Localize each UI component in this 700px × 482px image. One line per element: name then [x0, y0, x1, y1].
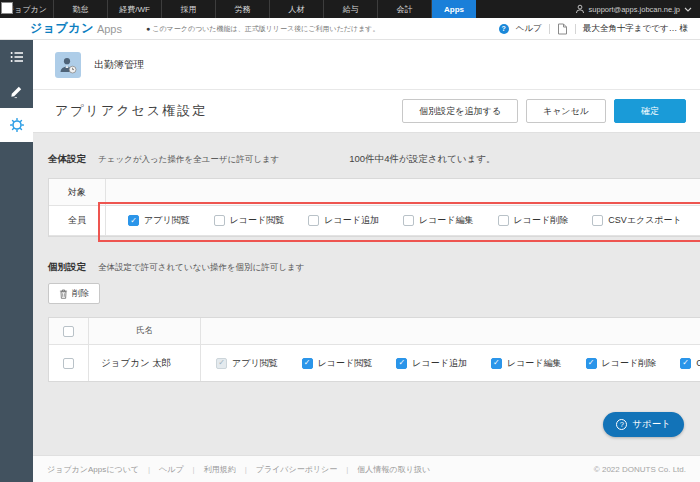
support-button-label: サポート: [632, 418, 671, 431]
sidebar-item-settings[interactable]: [0, 108, 33, 142]
permission-checkbox[interactable]: ✓: [128, 215, 139, 226]
individual-table-body: ジョブカン 太郎✓アプリ閲覧✓レコード閲覧✓レコード追加✓レコード編集✓レコード…: [49, 345, 700, 381]
select-all-checkbox[interactable]: [63, 326, 74, 337]
footer-separator: |: [346, 465, 348, 474]
help-link[interactable]: ヘルプ: [516, 23, 542, 35]
delete-button[interactable]: 削除: [48, 283, 100, 304]
permissions-cell: ✓アプリ閲覧✓レコード閲覧✓レコード追加✓レコード編集✓レコード削除✓CSVエク…: [201, 345, 700, 381]
permission-item: レコード削除: [498, 214, 569, 227]
app-name: 出勤簿管理: [94, 58, 144, 72]
topbar-tab[interactable]: 採用: [162, 0, 216, 18]
target-column-header: 対象: [49, 179, 106, 205]
trash-icon: [59, 289, 68, 299]
footer-link[interactable]: ヘルプ: [159, 464, 184, 475]
row-checkbox[interactable]: [63, 358, 74, 369]
sidebar-item-edit[interactable]: [0, 74, 33, 108]
permission-item: ✓レコード編集: [491, 357, 562, 370]
permission-label: レコード編集: [419, 214, 474, 227]
permission-label: レコード閲覧: [318, 357, 373, 370]
topbar-tab[interactable]: 人材: [270, 0, 324, 18]
permission-checkbox[interactable]: [403, 215, 414, 226]
row-select-cell: [49, 345, 89, 381]
individual-settings-description: 全体設定で許可されていない操作を個別に許可します: [98, 262, 304, 274]
permission-item: ✓CSVエクスポート: [680, 357, 700, 370]
header-right: ? ヘルプ 最大全角十字までです… 様: [499, 23, 700, 35]
footer-link[interactable]: 利用規約: [204, 464, 236, 475]
user-name[interactable]: 最大全角十字までです… 様: [583, 23, 688, 35]
global-permissions: ✓アプリ閲覧レコード閲覧レコード追加レコード編集レコード削除CSVエクスポートC…: [106, 206, 700, 235]
individual-settings-table: 氏名 ジョブカン 太郎✓アプリ閲覧✓レコード閲覧✓レコード追加✓レコード編集✓レ…: [48, 317, 700, 382]
divider: [549, 24, 550, 34]
global-permissions-row: 全員 ✓アプリ閲覧レコード閲覧レコード追加レコード編集レコード削除CSVエクスポ…: [49, 206, 700, 236]
permission-checkbox[interactable]: [214, 215, 225, 226]
footer-link[interactable]: プライバシーポリシー: [256, 464, 338, 475]
footer-separator: |: [245, 465, 247, 474]
pencil-icon: [9, 84, 24, 99]
app-title-bar: 出勤簿管理: [33, 40, 700, 90]
topbar-tab[interactable]: 会計: [378, 0, 432, 18]
support-button[interactable]: ? サポート: [603, 412, 684, 437]
main-area: 出勤簿管理 アプリアクセス権設定 個別設定を追加する キャンセル 確定 全体設定…: [33, 40, 700, 482]
permission-checkbox: ✓: [216, 358, 227, 369]
page-title: アプリアクセス権設定: [55, 102, 207, 120]
table-header-row: 氏名: [49, 318, 700, 345]
topbar-tab[interactable]: Apps: [432, 0, 476, 18]
permission-item: レコード閲覧: [214, 214, 285, 227]
jobcan-logo[interactable]: ジョブカン: [30, 20, 94, 37]
beta-release-note: ● このマークのついた機能は、正式版リリース後にご利用いただけます。: [146, 24, 380, 34]
cancel-button[interactable]: キャンセル: [526, 99, 606, 123]
footer-link[interactable]: ジョブカンAppsについて: [47, 464, 139, 475]
content-area: 全体設定 チェックが入った操作を全ユーザに許可します 100件中4件が設定されて…: [33, 133, 700, 455]
permission-label: アプリ閲覧: [232, 357, 278, 370]
account-email: support@apps.jobcan.ne.jp: [589, 5, 680, 14]
select-all-cell: [49, 318, 89, 344]
topbar-tab[interactable]: 勤怠: [54, 0, 108, 18]
delete-button-label: 削除: [72, 288, 89, 300]
permission-label: レコード追加: [324, 214, 379, 227]
document-icon[interactable]: [557, 23, 568, 35]
permission-item: ✓アプリ閲覧: [216, 357, 278, 370]
permission-item: レコード編集: [403, 214, 474, 227]
person-icon: [575, 4, 585, 14]
permission-checkbox[interactable]: [308, 215, 319, 226]
permission-label: レコード追加: [412, 357, 467, 370]
permissions-column-header: [106, 179, 700, 205]
permission-checkbox[interactable]: [498, 215, 509, 226]
permission-item: ✓レコード閲覧: [302, 357, 373, 370]
permission-item: レコード追加: [308, 214, 379, 227]
settings-count-info: 100件中4件が設定されています。: [349, 153, 495, 166]
individual-settings-header: 個別設定 全体設定で許可されていない操作を個別に許可します: [48, 261, 700, 274]
permission-checkbox[interactable]: ✓: [396, 358, 407, 369]
permission-item: ✓アプリ閲覧: [128, 214, 190, 227]
beta-mark-icon: ●: [146, 25, 150, 32]
permission-checkbox[interactable]: ✓: [302, 358, 313, 369]
footer-separator: |: [148, 465, 150, 474]
permission-checkbox[interactable]: [592, 215, 603, 226]
footer-separator: |: [193, 465, 195, 474]
footer-link[interactable]: 個人情報の取り扱い: [357, 464, 430, 475]
global-settings-label: 全体設定: [48, 153, 86, 166]
topbar-tab[interactable]: 労務: [216, 0, 270, 18]
permission-checkbox[interactable]: ✓: [491, 358, 502, 369]
topbar-tab[interactable]: 経費/WF: [108, 0, 162, 18]
permission-label: レコード削除: [514, 214, 569, 227]
permission-checkbox[interactable]: ✓: [680, 358, 691, 369]
name-column-header: 氏名: [89, 318, 201, 344]
topbar-tabs: ジョブカン勤怠経費/WF採用労務人材給与会計Apps: [0, 0, 476, 18]
footer-links: ジョブカンAppsについて|ヘルプ|利用規約|プライバシーポリシー|個人情報の取…: [47, 464, 430, 475]
corner-checkbox[interactable]: [1, 2, 13, 14]
topbar-tab[interactable]: 給与: [324, 0, 378, 18]
permission-label: レコード編集: [507, 357, 562, 370]
help-question-icon: ?: [499, 24, 509, 34]
attendance-app-icon[interactable]: [55, 52, 81, 78]
add-individual-setting-button[interactable]: 個別設定を追加する: [402, 99, 518, 123]
permission-checkbox[interactable]: ✓: [586, 358, 597, 369]
permission-item: ✓レコード削除: [586, 357, 657, 370]
sidebar-item-list[interactable]: [0, 40, 33, 74]
confirm-button[interactable]: 確定: [614, 99, 686, 123]
permission-label: CSVエクスポート: [608, 214, 682, 227]
permission-label: アプリ閲覧: [144, 214, 190, 227]
global-settings-description: チェックが入った操作を全ユーザに許可します: [98, 154, 279, 166]
permission-label: レコード閲覧: [230, 214, 285, 227]
account-menu[interactable]: support@apps.jobcan.ne.jp: [575, 0, 700, 18]
